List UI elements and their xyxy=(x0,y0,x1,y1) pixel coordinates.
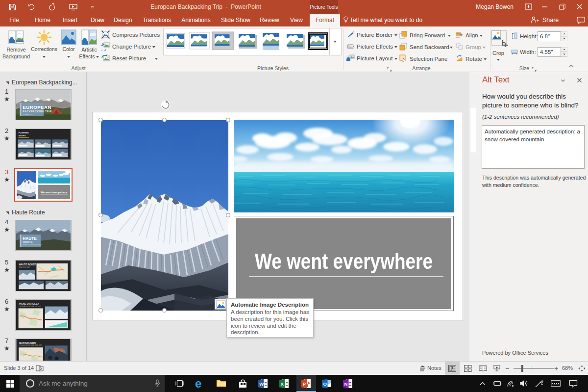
svg-text:PLANNED: PLANNED xyxy=(19,131,29,134)
svg-text:PIGNE D'AROLLA: PIGNE D'AROLLA xyxy=(19,303,40,305)
svg-text:HAUTE ROUTE: HAUTE ROUTE xyxy=(19,263,37,266)
svg-text:BACKPACKING TRIP: BACKPACKING TRIP xyxy=(23,110,51,113)
svg-text:e: e xyxy=(195,378,201,389)
svg-text:X: X xyxy=(281,381,284,387)
svg-text:O: O xyxy=(323,381,327,387)
svg-text:HAUTE: HAUTE xyxy=(23,236,37,241)
svg-text:N: N xyxy=(344,381,348,387)
svg-text:MATTERHORN: MATTERHORN xyxy=(19,342,36,344)
svg-text:We went everywhere: We went everywhere xyxy=(41,191,67,194)
svg-text:ROUTE: ROUTE xyxy=(23,240,32,243)
svg-text:W: W xyxy=(259,381,264,387)
svg-text:FRANCE TO SWITZERLAND: FRANCE TO SWITZERLAND xyxy=(23,244,41,246)
svg-text:ON HIGH ROUTE JUNE 5-6, 2017: ON HIGH ROUTE JUNE 5-6, 2017 xyxy=(19,306,41,308)
svg-text:P: P xyxy=(303,381,306,387)
svg-text:EUROPEAN: EUROPEAN xyxy=(23,105,51,110)
svg-text:JUNE 1-10, 2017: JUNE 1-10, 2017 xyxy=(19,266,30,268)
svg-text:ON HIGH ROUTE JUNE 8-10, 2017: ON HIGH ROUTE JUNE 8-10, 2017 xyxy=(19,344,42,346)
svg-text:STOPS: STOPS xyxy=(19,134,26,137)
svg-text:SUMMER 2017: SUMMER 2017 xyxy=(23,114,33,116)
